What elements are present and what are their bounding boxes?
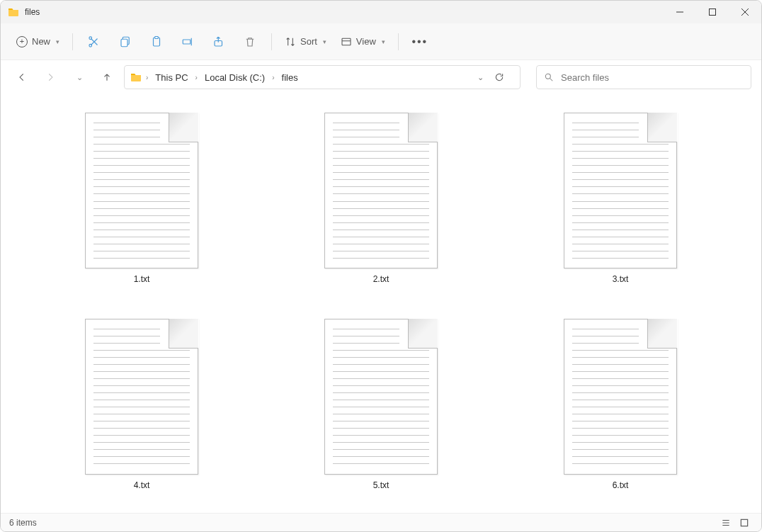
refresh-button[interactable]	[494, 72, 514, 82]
more-button[interactable]: •••	[406, 29, 434, 55]
close-button[interactable]	[729, 1, 761, 23]
delete-button[interactable]	[236, 29, 264, 55]
svg-rect-13	[342, 38, 351, 45]
search-input[interactable]	[561, 72, 744, 83]
window-title: files	[25, 7, 40, 17]
chevron-down-icon: ▾	[323, 38, 326, 45]
search-box[interactable]	[536, 65, 751, 89]
svg-point-15	[545, 74, 550, 79]
item-count: 6 items	[9, 518, 37, 528]
folder-icon	[130, 72, 142, 83]
back-button[interactable]	[11, 66, 33, 89]
svg-point-5	[89, 44, 92, 47]
separator	[398, 33, 399, 50]
ellipsis-icon: •••	[411, 35, 428, 48]
share-icon	[212, 35, 225, 48]
chevron-right-icon: ›	[272, 74, 274, 81]
sort-icon	[285, 36, 296, 47]
file-item[interactable]: 3.txt	[559, 108, 681, 293]
svg-rect-9	[155, 36, 159, 38]
text-file-icon	[564, 319, 677, 475]
file-item[interactable]: 6.txt	[559, 315, 681, 499]
breadcrumb-item[interactable]: Local Disk (C:)	[202, 71, 268, 84]
view-icon	[341, 36, 352, 47]
svg-rect-17	[741, 519, 747, 526]
sort-label: Sort	[300, 36, 317, 47]
rename-icon	[181, 35, 194, 48]
thumbnails-view-button[interactable]	[736, 516, 753, 530]
file-name: 1.txt	[134, 274, 150, 284]
new-button[interactable]: + New ▾	[11, 29, 65, 55]
file-item[interactable]: 5.txt	[320, 315, 442, 499]
file-name: 6.txt	[613, 480, 629, 490]
title-bar: files	[1, 1, 761, 23]
file-list: 1.txt 2.txt 3.txt 4.txt 5.txt 6.txt	[1, 94, 761, 513]
rename-button[interactable]	[174, 29, 202, 55]
svg-rect-7	[121, 39, 127, 47]
chevron-right-icon: ›	[146, 74, 148, 81]
svg-line-16	[550, 79, 553, 81]
toolbar: + New ▾ Sort ▾ View ▾ •••	[1, 23, 761, 60]
status-bar: 6 items	[1, 513, 761, 531]
new-label: New	[32, 36, 50, 47]
paste-button[interactable]	[142, 29, 171, 55]
breadcrumb-item[interactable]: This PC	[152, 71, 190, 84]
history-dropdown[interactable]: ⌄	[470, 73, 490, 82]
separator	[271, 33, 272, 50]
address-bar[interactable]: › This PC › Local Disk (C:) › files ⌄	[124, 65, 521, 89]
copy-button[interactable]	[111, 29, 140, 55]
trash-icon	[244, 35, 256, 48]
plus-circle-icon: +	[16, 36, 28, 47]
cut-button[interactable]	[80, 29, 108, 55]
details-view-button[interactable]	[717, 516, 734, 530]
text-file-icon	[85, 319, 198, 475]
clipboard-icon	[150, 35, 163, 48]
copy-icon	[119, 35, 132, 48]
folder-icon	[8, 6, 19, 18]
chevron-down-icon: ▾	[382, 38, 385, 45]
chevron-down-icon: ⌄	[76, 73, 83, 82]
forward-button[interactable]	[39, 66, 62, 89]
sort-button[interactable]: Sort ▾	[279, 29, 332, 55]
window-controls	[664, 1, 761, 23]
breadcrumb-item[interactable]: files	[279, 71, 301, 84]
view-label: View	[356, 36, 376, 47]
view-button[interactable]: View ▾	[335, 29, 391, 55]
file-name: 2.txt	[373, 274, 389, 284]
file-name: 3.txt	[613, 274, 629, 284]
text-file-icon	[324, 113, 438, 268]
file-name: 4.txt	[134, 480, 150, 490]
search-icon	[544, 72, 554, 82]
text-file-icon	[85, 113, 198, 268]
svg-rect-1	[710, 9, 716, 16]
file-item[interactable]: 4.txt	[81, 315, 203, 499]
chevron-right-icon: ›	[195, 74, 198, 81]
file-item[interactable]: 2.txt	[320, 108, 442, 293]
separator	[72, 33, 73, 50]
chevron-down-icon: ▾	[56, 38, 59, 45]
share-button[interactable]	[205, 29, 233, 55]
file-item[interactable]: 1.txt	[81, 108, 203, 293]
text-file-icon	[324, 319, 438, 475]
svg-point-4	[89, 36, 92, 39]
recent-button[interactable]: ⌄	[67, 66, 90, 89]
text-file-icon	[564, 113, 677, 268]
svg-rect-10	[183, 40, 190, 44]
navigation-row: ⌄ › This PC › Local Disk (C:) › files ⌄	[1, 60, 761, 94]
file-name: 5.txt	[373, 480, 389, 490]
up-button[interactable]	[96, 66, 118, 89]
maximize-button[interactable]	[696, 1, 729, 23]
minimize-button[interactable]	[664, 1, 696, 23]
scissors-icon	[88, 35, 101, 48]
